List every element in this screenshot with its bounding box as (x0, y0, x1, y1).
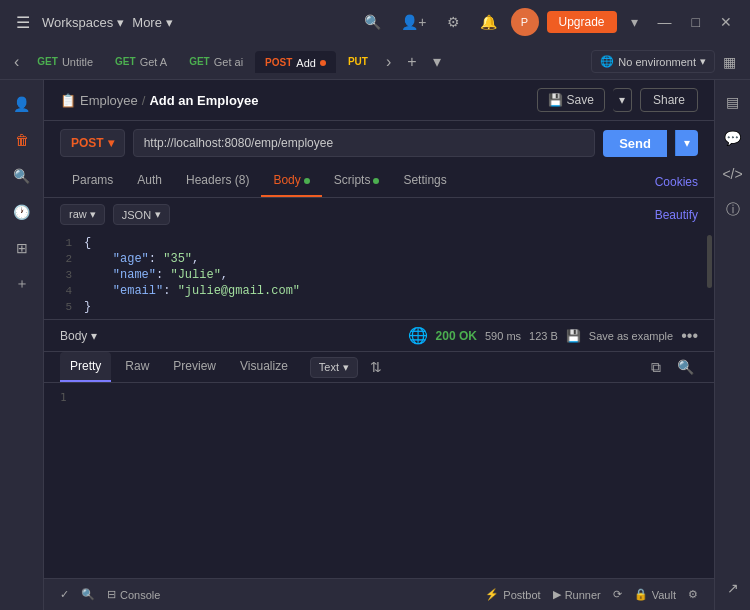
tab-get-a[interactable]: GET Get A (105, 52, 177, 72)
sidebar-icon-grid[interactable]: ⊞ (6, 232, 38, 264)
chevron-down-icon: ▾ (343, 361, 349, 374)
copy-response-button[interactable]: ⧉ (647, 355, 665, 380)
more-options-icon[interactable]: ••• (681, 327, 698, 345)
menu-icon[interactable]: ☰ (12, 9, 34, 36)
console-button[interactable]: ⊟ Console (107, 588, 160, 601)
vault-icon: 🔒 (634, 588, 648, 601)
postbot-button[interactable]: ⚡ Postbot (485, 588, 540, 601)
response-header: Body ▾ 🌐 200 OK 590 ms 123 B 💾 Save as e… (44, 320, 714, 352)
save-button[interactable]: 💾 Save (537, 88, 605, 112)
send-button[interactable]: Send (603, 130, 667, 157)
sidebar-icon-code[interactable]: </> (719, 160, 747, 188)
url-input[interactable] (133, 129, 596, 157)
breadcrumb-current: Add an Employee (149, 93, 258, 108)
floppy-icon: 💾 (566, 329, 581, 343)
chevron-down-icon: ▾ (117, 15, 124, 30)
tab-body[interactable]: Body (261, 165, 321, 197)
save-as-example-button[interactable]: Save as example (589, 330, 673, 342)
method-selector[interactable]: POST ▾ (60, 129, 125, 157)
minimize-icon[interactable]: — (652, 10, 678, 34)
body-language-selector[interactable]: JSON ▾ (113, 204, 170, 225)
search-bottom-icon[interactable]: 🔍 (81, 588, 95, 601)
save-dropdown-button[interactable]: ▾ (613, 88, 632, 112)
upgrade-button[interactable]: Upgrade (547, 11, 617, 33)
tab-auth[interactable]: Auth (125, 165, 174, 197)
code-line-5: 5 } (44, 299, 714, 315)
workspaces-menu[interactable]: Workspaces ▾ (42, 15, 124, 30)
resp-tab-visualize[interactable]: Visualize (230, 352, 298, 382)
response-format-selector[interactable]: Text ▾ (310, 357, 358, 378)
code-line-4: 4 "email": "julie@gmail.com" (44, 283, 714, 299)
tab-headers[interactable]: Headers (8) (174, 165, 261, 197)
add-user-icon[interactable]: 👤+ (395, 10, 432, 34)
body-raw-selector[interactable]: raw ▾ (60, 204, 105, 225)
tabs-next-icon[interactable]: › (380, 49, 397, 75)
body-active-dot (304, 178, 310, 184)
settings-icon[interactable]: ⚙ (441, 10, 466, 34)
filter-icon[interactable]: ⇅ (370, 359, 382, 375)
tabs-prev-icon[interactable]: ‹ (8, 49, 25, 75)
vault-button[interactable]: 🔒 Vault (634, 588, 676, 601)
cookies-button[interactable]: Cookies (655, 175, 698, 189)
environment-icon[interactable]: ▦ (717, 50, 742, 74)
resp-tab-raw[interactable]: Raw (115, 352, 159, 382)
globe-icon: 🌐 (600, 55, 614, 68)
tab-get-ai[interactable]: GET Get ai (179, 52, 253, 72)
environment-selector[interactable]: 🌐 No environment ▾ (591, 50, 715, 73)
sidebar-icon-clock[interactable]: 🕐 (6, 196, 38, 228)
request-options-tabs: Params Auth Headers (8) Body Scripts Set… (44, 165, 714, 198)
status-check-icon[interactable]: ✓ (60, 588, 69, 601)
sidebar-icon-expand[interactable]: ↗ (719, 574, 747, 602)
sidebar-icon-comment[interactable]: 💬 (719, 124, 747, 152)
resp-tab-pretty[interactable]: Pretty (60, 352, 111, 382)
response-body-label[interactable]: Body ▾ (60, 329, 97, 343)
tab-get-untitle[interactable]: GET Untitle (27, 52, 103, 72)
right-sidebar: ▤ 💬 </> ⓘ ↗ (714, 80, 750, 610)
response-size: 123 B (529, 330, 558, 342)
maximize-icon[interactable]: □ (686, 10, 706, 34)
beautify-button[interactable]: Beautify (655, 208, 698, 222)
send-dropdown-button[interactable]: ▾ (675, 130, 698, 156)
code-editor[interactable]: 1 { 2 "age": "35", 3 "name": "Julie", (44, 231, 714, 320)
sidebar-icon-info[interactable]: ⓘ (719, 196, 747, 224)
runner-icon: ▶ (553, 588, 561, 601)
bell-icon[interactable]: 🔔 (474, 10, 503, 34)
resp-tab-preview[interactable]: Preview (163, 352, 226, 382)
share-button[interactable]: Share (640, 88, 698, 112)
globe-icon: 🌐 (408, 326, 428, 345)
tabs-dropdown-icon[interactable]: ▾ (427, 48, 447, 75)
tab-settings[interactable]: Settings (391, 165, 458, 197)
response-time: 590 ms (485, 330, 521, 342)
sidebar-icon-trash[interactable]: 🗑 (6, 124, 38, 156)
request-tabs-bar: ‹ GET Untitle GET Get A GET Get ai POST … (0, 44, 750, 80)
breadcrumb: 📋 Employee / Add an Employee (60, 93, 529, 108)
url-bar: POST ▾ Send ▾ (44, 121, 714, 165)
response-body: 1 (44, 383, 714, 578)
chevron-down-icon[interactable]: ▾ (625, 10, 644, 34)
response-view-tabs: Pretty Raw Preview Visualize Text ▾ ⇅ ⧉ … (44, 352, 714, 383)
tab-params[interactable]: Params (60, 165, 125, 197)
tab-scripts[interactable]: Scripts (322, 165, 392, 197)
status-code: 200 OK (436, 329, 477, 343)
chevron-down-icon: ▾ (108, 136, 114, 150)
search-response-button[interactable]: 🔍 (673, 355, 698, 380)
runner-button[interactable]: ▶ Runner (553, 588, 601, 601)
sidebar-icon-layout[interactable]: ▤ (719, 88, 747, 116)
sidebar-icon-person[interactable]: 👤 (6, 88, 38, 120)
close-icon[interactable]: ✕ (714, 10, 738, 34)
chevron-down-icon: ▾ (155, 208, 161, 221)
tab-modified-dot (320, 60, 326, 66)
console-icon: ⊟ (107, 588, 116, 601)
more-menu[interactable]: More ▾ (132, 15, 173, 30)
tab-put[interactable]: PUT (338, 52, 378, 71)
tab-post-add[interactable]: POST Add (255, 51, 336, 73)
sidebar-icon-plus[interactable]: ＋ (6, 268, 38, 300)
sidebar-icon-search[interactable]: 🔍 (6, 160, 38, 192)
settings-bottom-icon[interactable]: ⚙ (688, 588, 698, 601)
sync-icon[interactable]: ⟳ (613, 588, 622, 601)
search-icon[interactable]: 🔍 (358, 10, 387, 34)
postbot-icon: ⚡ (485, 588, 499, 601)
chevron-down-icon: ▾ (91, 329, 97, 343)
new-tab-button[interactable]: + (399, 49, 424, 75)
avatar[interactable]: P (511, 8, 539, 36)
